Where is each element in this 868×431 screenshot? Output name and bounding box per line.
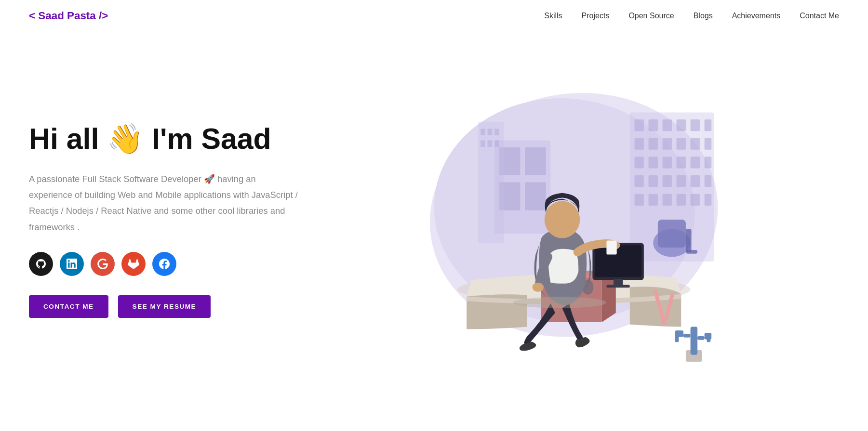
nav-open-source[interactable]: Open Source [628, 12, 674, 20]
gitlab-icon[interactable] [121, 252, 146, 276]
svg-point-61 [532, 283, 543, 292]
nav-contact[interactable]: Contact Me [800, 12, 839, 20]
svg-rect-9 [634, 138, 643, 150]
svg-rect-56 [606, 285, 629, 287]
svg-rect-43 [487, 140, 492, 147]
github-icon[interactable] [29, 252, 53, 276]
facebook-icon[interactable] [152, 252, 176, 276]
hero-buttons: CONTACT ME SEE MY RESUME [29, 295, 299, 318]
svg-rect-14 [704, 138, 711, 150]
svg-rect-13 [690, 138, 699, 150]
hero-description: A passionate Full Stack Software Develop… [29, 171, 299, 235]
svg-rect-44 [494, 140, 499, 147]
hero-right [299, 63, 839, 376]
hero-illustration [401, 75, 738, 364]
navbar: < Saad Pasta /> Skills Projects Open Sou… [0, 0, 868, 32]
svg-rect-22 [648, 175, 657, 187]
svg-rect-17 [662, 157, 671, 168]
svg-rect-42 [481, 140, 485, 147]
nav-skills[interactable]: Skills [544, 12, 562, 20]
svg-rect-47 [685, 229, 691, 252]
svg-rect-69 [675, 330, 679, 342]
svg-rect-35 [525, 147, 546, 175]
svg-rect-10 [648, 138, 657, 150]
svg-rect-3 [634, 119, 643, 131]
svg-rect-46 [657, 220, 685, 248]
google-icon[interactable] [91, 252, 115, 276]
svg-rect-41 [494, 129, 499, 135]
svg-rect-6 [676, 119, 685, 131]
svg-rect-29 [662, 194, 671, 206]
svg-rect-37 [525, 183, 546, 210]
svg-rect-8 [704, 119, 711, 131]
svg-rect-26 [704, 175, 711, 187]
svg-rect-30 [676, 194, 685, 206]
svg-rect-11 [662, 138, 671, 150]
contact-me-button[interactable]: CONTACT ME [29, 295, 108, 318]
svg-point-62 [513, 297, 606, 308]
svg-rect-23 [662, 175, 671, 187]
svg-rect-55 [613, 279, 622, 286]
svg-rect-16 [648, 157, 657, 168]
svg-rect-21 [634, 175, 643, 187]
svg-rect-24 [676, 175, 685, 187]
hero-left: Hi all 👋 I'm Saad A passionate Full Stac… [29, 121, 299, 317]
svg-rect-31 [690, 194, 699, 206]
svg-rect-27 [634, 194, 643, 206]
nav-links: Skills Projects Open Source Blogs Achiev… [544, 12, 839, 20]
svg-rect-28 [648, 194, 657, 206]
svg-rect-64 [690, 327, 697, 355]
svg-rect-60 [606, 241, 616, 255]
svg-rect-66 [697, 336, 705, 340]
svg-rect-48 [685, 250, 697, 254]
svg-rect-25 [690, 175, 699, 187]
hero-section: Hi all 👋 I'm Saad A passionate Full Stac… [0, 32, 868, 407]
svg-rect-39 [481, 129, 485, 135]
svg-rect-32 [704, 194, 711, 206]
see-resume-button[interactable]: SEE MY RESUME [118, 295, 211, 318]
svg-rect-40 [487, 129, 492, 135]
hero-title: Hi all 👋 I'm Saad [29, 121, 299, 157]
nav-achievements[interactable]: Achievements [732, 12, 781, 20]
wave-emoji: 👋 [107, 121, 144, 157]
linkedin-icon[interactable] [60, 252, 84, 276]
nav-blogs[interactable]: Blogs [694, 12, 713, 20]
nav-projects[interactable]: Projects [582, 12, 610, 20]
svg-rect-15 [634, 157, 643, 168]
svg-rect-5 [662, 119, 671, 131]
svg-rect-19 [690, 157, 699, 168]
svg-rect-7 [690, 119, 699, 131]
svg-rect-38 [478, 122, 504, 243]
illustration [401, 75, 738, 364]
svg-rect-54 [595, 245, 641, 277]
svg-point-58 [544, 201, 580, 238]
svg-rect-70 [707, 333, 710, 342]
name-intro: I'm Saad [152, 122, 271, 155]
svg-rect-4 [648, 119, 657, 131]
svg-rect-65 [683, 334, 691, 338]
greeting-text: Hi all [29, 122, 99, 155]
svg-rect-18 [676, 157, 685, 168]
social-icons [29, 252, 299, 276]
nav-logo[interactable]: < Saad Pasta /> [29, 10, 108, 22]
svg-rect-12 [676, 138, 685, 150]
svg-rect-20 [704, 157, 711, 168]
